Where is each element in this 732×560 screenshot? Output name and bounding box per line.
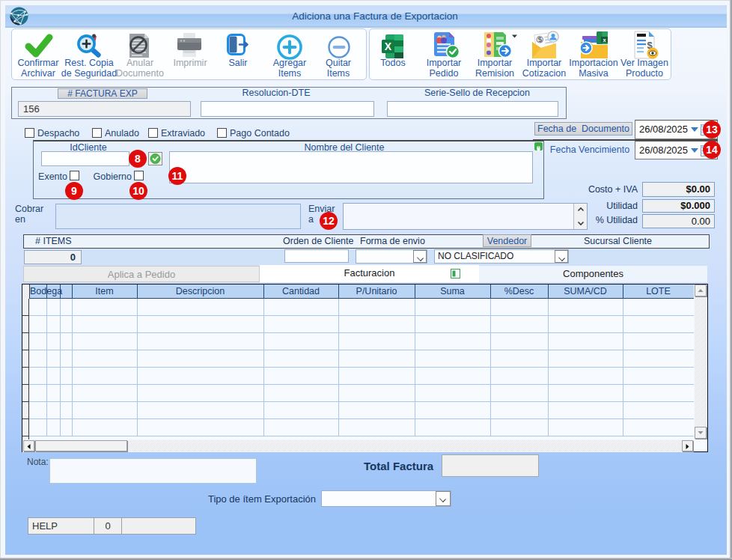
svg-text:X: X xyxy=(385,40,392,52)
